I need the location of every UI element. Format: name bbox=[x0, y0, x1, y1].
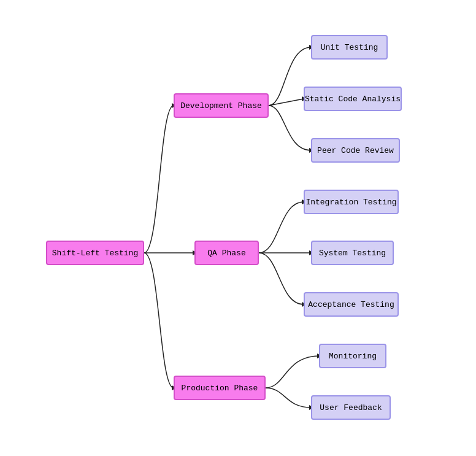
node-integration-testing: Integration Testing bbox=[304, 190, 399, 214]
node-prod-phase: Production Phase bbox=[174, 376, 266, 400]
diagram-container: Shift-Left Testing Development Phase QA … bbox=[0, 0, 476, 456]
node-unit-testing: Unit Testing bbox=[311, 35, 388, 60]
node-root: Shift-Left Testing bbox=[46, 241, 144, 265]
node-static-code: Static Code Analysis bbox=[304, 87, 402, 111]
node-acceptance-testing: Acceptance Testing bbox=[304, 292, 399, 317]
node-user-feedback: User Feedback bbox=[311, 395, 391, 420]
node-monitoring: Monitoring bbox=[319, 344, 386, 368]
node-dev-phase: Development Phase bbox=[174, 93, 269, 118]
node-system-testing: System Testing bbox=[311, 241, 394, 265]
node-qa-phase: QA Phase bbox=[194, 241, 259, 265]
node-peer-review: Peer Code Review bbox=[311, 138, 400, 163]
